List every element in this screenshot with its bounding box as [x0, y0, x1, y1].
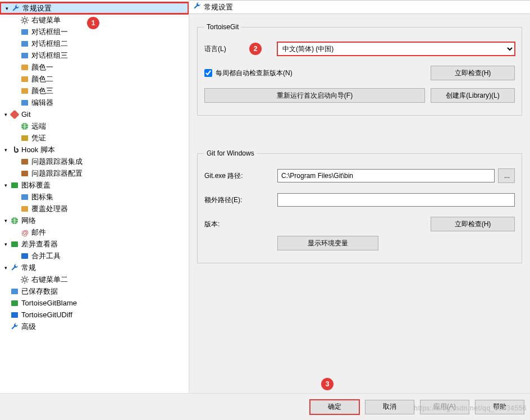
chevron-down-icon[interactable]: ▾ [2, 182, 9, 189]
apply-button[interactable]: 应用(A) [420, 400, 469, 414]
weekly-check-checkbox[interactable]: 每周都自动检查新版本(N) [204, 69, 293, 78]
tree-item-图标覆盖[interactable]: ▾图标覆盖 [0, 179, 189, 191]
tree-item-label: 颜色一 [31, 62, 53, 72]
tree-item-TortoiseGitBlame[interactable]: TortoiseGitBlame [0, 297, 189, 309]
create-library-button[interactable]: 创建库(Library)(L) [431, 88, 515, 103]
svg-text:@: @ [21, 229, 29, 237]
tree-item-问题跟踪器集成[interactable]: 问题跟踪器集成 [0, 156, 189, 167]
tree-item-label: 问题跟踪器集成 [31, 157, 83, 167]
tree-item-高级[interactable]: 高级 [0, 321, 189, 332]
tree-item-Git[interactable]: ▾Git [0, 108, 189, 120]
tree-item-邮件[interactable]: @邮件 [0, 226, 189, 238]
tree-item-label: 对话框组一 [31, 27, 68, 37]
svg-rect-11 [21, 159, 28, 165]
tree-item-label: 右键菜单二 [31, 275, 68, 285]
tree-item-颜色一[interactable]: 颜色一 [0, 61, 189, 73]
diff-icon [10, 240, 19, 249]
chevron-down-icon[interactable]: ▾ [2, 147, 9, 153]
language-select[interactable]: 中文(简体) (中国) [277, 42, 515, 56]
merge-icon [20, 252, 29, 261]
chevron-down-icon[interactable] [2, 312, 9, 318]
svg-rect-14 [21, 194, 28, 200]
chevron-down-icon[interactable]: ▾ [2, 111, 9, 118]
tree-item-覆盖处理器[interactable]: 覆盖处理器 [0, 203, 189, 214]
annotation-badge-1: 1 [87, 17, 99, 29]
tree-item-label: 邮件 [31, 227, 46, 238]
svg-point-20 [23, 278, 26, 281]
gear-icon [20, 16, 29, 25]
tree-item-对话框组二[interactable]: 对话框组二 [0, 38, 189, 49]
key-icon [20, 134, 29, 143]
tree-item-label: 问题跟踪器配置 [31, 168, 83, 179]
settings-content: 常规设置 TortoiseGit 语言(L) 2 中文(简体) (中国) [189, 0, 530, 393]
svg-rect-6 [21, 88, 28, 94]
group-tortoisegit-legend: TortoiseGit [204, 23, 241, 31]
gear-icon [20, 275, 29, 284]
rerun-wizard-button[interactable]: 重新运行首次启动向导(F) [204, 88, 425, 103]
tree-item-远端[interactable]: 远端 [0, 120, 189, 132]
language-label: 语言(L) [204, 44, 277, 54]
color-icon [20, 75, 29, 84]
git-exe-path-input[interactable] [277, 169, 495, 182]
git-icon [10, 110, 19, 119]
tree-item-差异查看器[interactable]: ▾差异查看器 [0, 238, 189, 250]
chevron-down-icon[interactable] [2, 288, 9, 295]
svg-rect-12 [21, 171, 28, 176]
check-now-button[interactable]: 立即检查(H) [431, 66, 515, 80]
tree-item-对话框组三[interactable]: 对话框组三 [0, 49, 189, 61]
tree-item-label: 已保存数据 [21, 286, 58, 296]
globe-icon [10, 216, 19, 225]
tree-item-label: 差异查看器 [21, 239, 58, 249]
chevron-down-icon[interactable]: ▾ [2, 217, 9, 224]
tree-item-label: 图标覆盖 [21, 180, 51, 190]
dialog-button-bar: 3 确定 取消 应用(A) 帮助 https://blog.csdn.net/q… [0, 393, 530, 420]
extra-path-label: 额外路径(E): [204, 195, 277, 205]
chevron-down-icon[interactable]: ▾ [3, 5, 10, 12]
wrench-icon [193, 2, 202, 12]
tree-item-Hook-脚本[interactable]: ▾Hook 脚本 [0, 144, 189, 156]
tree-item-颜色二[interactable]: 颜色二 [0, 73, 189, 85]
tree-item-TortoiseGitUDiff[interactable]: TortoiseGitUDiff [0, 309, 189, 321]
tree-item-label: 编辑器 [31, 98, 53, 108]
chevron-down-icon[interactable]: ▾ [2, 264, 9, 271]
chevron-down-icon[interactable]: ▾ [2, 241, 9, 248]
browse-button[interactable]: ... [498, 168, 515, 183]
tree-item-label: 远端 [31, 121, 46, 131]
show-env-button[interactable]: 显示环境变量 [277, 236, 378, 250]
tree-item-右键菜单二[interactable]: 右键菜单二 [0, 273, 189, 285]
tree-item-编辑器[interactable]: 编辑器 [0, 97, 189, 108]
cancel-button[interactable]: 取消 [365, 400, 414, 414]
tree-item-图标集[interactable]: 图标集 [0, 191, 189, 203]
tree-item-凭证[interactable]: 凭证 [0, 132, 189, 144]
bug-icon [20, 157, 29, 166]
tree-item-label: TortoiseGitBlame [21, 299, 77, 307]
dialog-icon [20, 39, 29, 48]
extra-path-input[interactable] [277, 193, 515, 207]
editor-icon [20, 98, 29, 107]
tree-item-颜色三[interactable]: 颜色三 [0, 85, 189, 97]
tree-item-已保存数据[interactable]: 已保存数据 [0, 285, 189, 297]
tree-item-网络[interactable]: ▾网络 [0, 214, 189, 226]
svg-rect-4 [21, 65, 28, 70]
ok-button[interactable]: 确定 [310, 400, 359, 414]
weekly-check-input[interactable] [204, 69, 212, 77]
tree-item-label: Hook 脚本 [21, 145, 55, 155]
tree-item-问题跟踪器配置[interactable]: 问题跟踪器配置 [0, 167, 189, 179]
group-tortoisegit: TortoiseGit 语言(L) 2 中文(简体) (中国) 每周都自动检查新… [197, 23, 522, 116]
settings-tree[interactable]: ▾常规设置右键菜单对话框组一对话框组二对话框组三颜色一颜色二颜色三编辑器▾Git… [0, 0, 189, 393]
tree-item-label: 网络 [21, 216, 36, 226]
tree-item-合并工具[interactable]: 合并工具 [0, 250, 189, 262]
chevron-down-icon[interactable] [2, 323, 9, 330]
tree-item-常规设置[interactable]: ▾常规设置 [0, 2, 189, 14]
page-title: 常规设置 [204, 2, 233, 12]
tree-item-常规[interactable]: ▾常规 [0, 262, 189, 273]
gfw-check-now-button[interactable]: 立即检查(H) [431, 217, 515, 231]
tree-item-label: 右键菜单 [31, 15, 61, 25]
tree-item-label: 凭证 [31, 133, 46, 143]
help-button[interactable]: 帮助 [475, 400, 524, 414]
tree-item-label: 颜色二 [31, 74, 53, 84]
svg-rect-18 [11, 241, 18, 247]
tree-item-label: 对话框组三 [31, 51, 68, 61]
svg-rect-19 [21, 253, 28, 259]
chevron-down-icon[interactable] [2, 300, 9, 307]
